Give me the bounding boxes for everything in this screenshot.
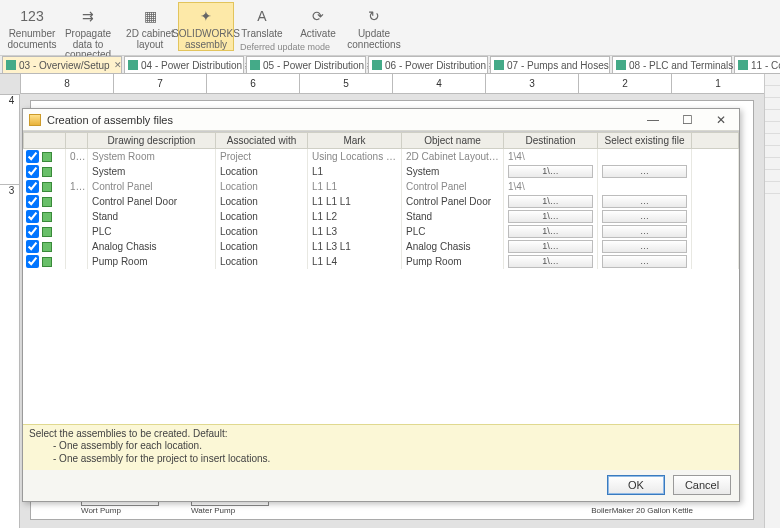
cell-num xyxy=(66,254,88,269)
activate-icon: ⟳ xyxy=(307,5,329,27)
window-maximize-button[interactable]: ☐ xyxy=(675,113,699,127)
cell-num: 09 xyxy=(66,149,88,165)
row-checkbox[interactable] xyxy=(26,240,39,253)
col-header-7[interactable]: Select existing file xyxy=(598,133,692,149)
cell-obj: System xyxy=(402,164,504,179)
cell-obj: 2D Cabinet Layouts and 3… xyxy=(402,149,504,165)
cell-obj: Control Panel xyxy=(402,179,504,194)
window-minimize-button[interactable]: — xyxy=(641,113,665,127)
close-icon[interactable]: ✕ xyxy=(114,60,122,70)
select-existing-button[interactable]: … xyxy=(602,255,687,268)
select-existing-button[interactable]: … xyxy=(602,165,687,178)
destination-button[interactable]: 1\… xyxy=(508,210,593,223)
table-row[interactable]: Pump RoomLocationL1 L4Pump Room1\…… xyxy=(24,254,739,269)
col-header-6[interactable]: Destination xyxy=(504,133,598,149)
destination-button[interactable]: 1\… xyxy=(508,225,593,238)
row-checkbox[interactable] xyxy=(26,210,39,223)
doc-tab-4[interactable]: 07 - Pumps and Hoses✕ xyxy=(490,56,610,73)
select-existing-button[interactable]: … xyxy=(602,210,687,223)
col-header-4[interactable]: Mark xyxy=(308,133,402,149)
ribbon-btn-label: Translate xyxy=(241,29,282,40)
cancel-button[interactable]: Cancel xyxy=(673,475,731,495)
cell-desc: System xyxy=(88,164,216,179)
ribbon-btn-2d-cabinet[interactable]: ▦2D cabinetlayout xyxy=(122,2,178,51)
ribbon-sublabel: Deferred update mode xyxy=(240,42,330,52)
select-existing-button[interactable]: … xyxy=(602,225,687,238)
col-header-5[interactable]: Object name xyxy=(402,133,504,149)
cell-obj: Stand xyxy=(402,209,504,224)
cell-mark: L1 xyxy=(308,164,402,179)
cell-check xyxy=(24,254,66,269)
table-row[interactable]: 10Control PanelLocationL1 L1Control Pane… xyxy=(24,179,739,194)
select-existing-button[interactable]: … xyxy=(602,195,687,208)
row-checkbox[interactable] xyxy=(26,195,39,208)
ribbon-btn-update[interactable]: ↻Updateconnections xyxy=(346,2,402,51)
ribbon-btn-solidworks[interactable]: ✦SOLIDWORKSassembly xyxy=(178,2,234,51)
ribbon-btn-label2: layout xyxy=(137,40,164,51)
ruler-h-tick: 1 xyxy=(671,74,764,93)
ok-button[interactable]: OK xyxy=(607,475,665,495)
cell-mark: L1 L4 xyxy=(308,254,402,269)
cell-exist: … xyxy=(598,224,692,239)
doc-tab-icon xyxy=(616,60,626,70)
doc-tab-2[interactable]: 05 - Power Distribution #2✕ xyxy=(246,56,366,73)
cell-assoc: Location xyxy=(216,224,308,239)
doc-tab-icon xyxy=(494,60,504,70)
footer-title-c: BoilerMaker 20 Gallon Kettle xyxy=(591,506,693,515)
doc-tab-0[interactable]: 03 - Overview/Setup✕ xyxy=(2,56,122,73)
ribbon-btn-label: 2D cabinet xyxy=(126,29,174,40)
cell-desc: System Room xyxy=(88,149,216,165)
ruler-h-tick: 2 xyxy=(578,74,671,93)
table-row[interactable]: StandLocationL1 L2Stand1\…… xyxy=(24,209,739,224)
table-row[interactable]: SystemLocationL1System1\…… xyxy=(24,164,739,179)
footer-sub-a: Wort Pump xyxy=(81,506,159,515)
table-row[interactable]: Analog ChasisLocationL1 L3 L1Analog Chas… xyxy=(24,239,739,254)
destination-button[interactable]: 1\… xyxy=(508,195,593,208)
row-checkbox[interactable] xyxy=(26,255,39,268)
row-checkbox[interactable] xyxy=(26,225,39,238)
propagate-data-to-icon: ⇉ xyxy=(77,5,99,27)
row-checkbox[interactable] xyxy=(26,165,39,178)
destination-button[interactable]: 1\… xyxy=(508,255,593,268)
doc-tab-5[interactable]: 08 - PLC and Terminals✕ xyxy=(612,56,732,73)
cell-num xyxy=(66,209,88,224)
doc-tab-1[interactable]: 04 - Power Distribution #1✕ xyxy=(124,56,244,73)
col-header-1[interactable] xyxy=(66,133,88,149)
assembly-icon xyxy=(42,152,52,162)
doc-tab-3[interactable]: 06 - Power Distribution #3✕ xyxy=(368,56,488,73)
cell-check xyxy=(24,239,66,254)
col-header-0[interactable] xyxy=(24,133,66,149)
cell-desc: Pump Room xyxy=(88,254,216,269)
doc-tab-icon xyxy=(372,60,382,70)
table-row[interactable]: PLCLocationL1 L3PLC1\…… xyxy=(24,224,739,239)
dialog-titlebar[interactable]: Creation of assembly files — ☐ ✕ xyxy=(23,109,739,131)
dialog-create-assembly-files: Creation of assembly files — ☐ ✕ Drawing… xyxy=(22,108,740,502)
row-checkbox[interactable] xyxy=(26,150,39,163)
ruler-h-tick: 8 xyxy=(20,74,113,93)
row-checkbox[interactable] xyxy=(26,180,39,193)
doc-tab-icon xyxy=(128,60,138,70)
col-header-2[interactable]: Drawing description xyxy=(88,133,216,149)
ribbon-btn-label2: assembly xyxy=(185,40,227,51)
table-row[interactable]: 09System RoomProjectUsing Locations in S… xyxy=(24,149,739,165)
col-header-3[interactable]: Associated with xyxy=(216,133,308,149)
cell-num xyxy=(66,194,88,209)
ruler-h-tick: 6 xyxy=(206,74,299,93)
cell-exist xyxy=(598,179,692,194)
ribbon-btn-label2: documents xyxy=(8,40,57,51)
doc-tab-label: 05 - Power Distribution #2 xyxy=(263,60,378,71)
ribbon-btn-label: Update xyxy=(358,29,390,40)
dialog-hint: Select the assemblies to be created. Def… xyxy=(23,424,739,471)
cell-obj: PLC xyxy=(402,224,504,239)
select-existing-button[interactable]: … xyxy=(602,240,687,253)
ruler-h-tick: 3 xyxy=(485,74,578,93)
destination-button[interactable]: 1\… xyxy=(508,165,593,178)
ribbon-btn-label: Propagate data to xyxy=(63,29,113,50)
table-row[interactable]: Control Panel DoorLocationL1 L1 L1Contro… xyxy=(24,194,739,209)
cell-desc: Control Panel xyxy=(88,179,216,194)
dialog-icon xyxy=(29,114,41,126)
doc-tab-6[interactable]: 11 - Control Panel✕ xyxy=(734,56,780,73)
window-close-button[interactable]: ✕ xyxy=(709,113,733,127)
assembly-grid[interactable]: Drawing descriptionAssociated withMarkOb… xyxy=(23,131,739,424)
destination-button[interactable]: 1\… xyxy=(508,240,593,253)
